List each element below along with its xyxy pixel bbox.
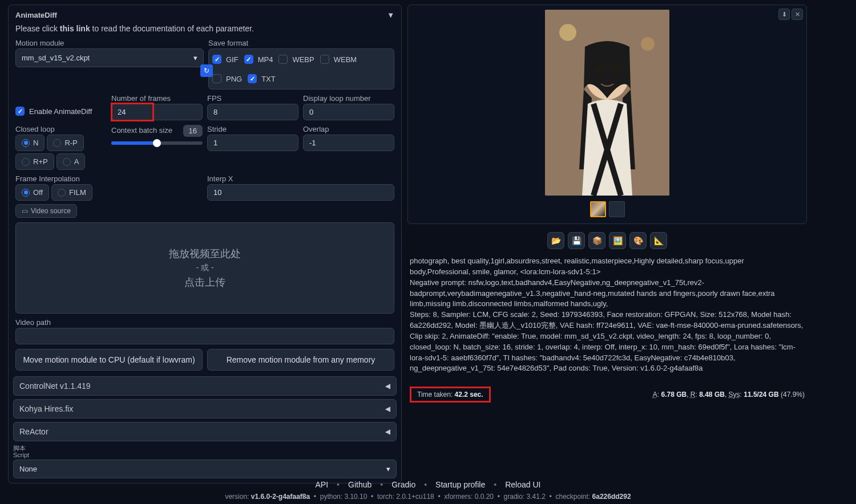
svg-point-3	[596, 68, 601, 71]
radio-icon	[22, 189, 30, 197]
footer-gradio[interactable]: Gradio	[391, 480, 415, 489]
footer-api[interactable]: API	[316, 480, 329, 489]
generation-info: photograph, best quality,1girl,absurdres…	[407, 254, 807, 376]
footer-github[interactable]: Github	[348, 480, 372, 489]
radio-icon	[22, 158, 30, 166]
download-button[interactable]: ⬇	[778, 9, 790, 20]
interp-off[interactable]: Off	[15, 184, 49, 201]
enable-animatediff[interactable]: Enable AnimateDiff	[15, 104, 107, 118]
format-webm[interactable]: WEBM	[320, 52, 357, 66]
svg-point-4	[613, 68, 619, 71]
chevron-left-icon: ▶	[385, 405, 390, 413]
download-icon: ⬇	[782, 11, 787, 18]
animatediff-panel: AnimateDiff ▼ Please click this link to …	[8, 5, 402, 483]
radio-icon	[63, 158, 71, 166]
stride-input[interactable]	[207, 135, 298, 151]
fps-label: FPS	[207, 94, 298, 103]
radio-icon	[22, 139, 30, 147]
zip-button[interactable]: 📦	[588, 232, 605, 249]
video-path-label: Video path	[15, 318, 394, 327]
output-image[interactable]	[545, 10, 669, 196]
image-icon: 🖼️	[613, 236, 623, 245]
interp-film[interactable]: FILM	[51, 184, 92, 201]
radio-icon	[58, 189, 66, 197]
kohya-accordion[interactable]: Kohya Hires.fix▶	[13, 399, 397, 418]
closed-loop-n[interactable]: N	[15, 135, 45, 151]
overlap-input[interactable]	[303, 135, 394, 151]
save-icon: 💾	[572, 236, 582, 245]
format-gif[interactable]: GIF	[212, 52, 239, 66]
chevron-down-icon: ▾	[193, 54, 197, 62]
format-txt[interactable]: TXT	[248, 72, 276, 86]
chevron-down-icon: ▾	[386, 465, 390, 473]
send-inpaint-button[interactable]: 🎨	[629, 232, 647, 249]
num-frames-label: Number of frames	[111, 94, 203, 103]
memory-stats: A: 6.78 GB, R: 8.48 GB, Sys: 11.5/24 GB …	[653, 391, 805, 399]
format-png[interactable]: PNG	[212, 72, 242, 86]
doc-text: Please click this link to read the docum…	[13, 23, 397, 39]
radio-icon	[53, 139, 61, 147]
loop-input[interactable]	[303, 104, 394, 120]
interp-x-label: Interp X	[207, 174, 394, 183]
footer-startup[interactable]: Startup profile	[435, 480, 485, 489]
checkbox-icon	[212, 74, 221, 83]
interp-x-input[interactable]	[207, 184, 394, 201]
video-source-button[interactable]: ▭ Video source	[15, 204, 77, 218]
ruler-icon: 📐	[654, 236, 664, 245]
closed-loop-rpp[interactable]: R+P	[15, 153, 54, 170]
num-frames-input[interactable]	[111, 104, 203, 120]
time-taken: Time taken: 42.2 sec.	[410, 387, 491, 403]
save-format-label: Save format	[208, 39, 394, 47]
thumbnail-2[interactable]	[609, 201, 625, 217]
controlnet-accordion[interactable]: ControlNet v1.1.419▶	[13, 376, 397, 396]
checkbox-icon	[248, 74, 257, 83]
refresh-button[interactable]: ↻	[200, 64, 213, 77]
checkbox-icon	[278, 55, 288, 64]
checkbox-icon	[15, 107, 25, 116]
closed-loop-rp[interactable]: R-P	[47, 135, 83, 151]
chevron-left-icon: ▶	[385, 382, 390, 390]
closed-loop-label: Closed loop	[15, 125, 107, 133]
video-dropzone[interactable]: 拖放视频至此处 - 或 - 点击上传	[15, 222, 394, 314]
svg-point-5	[559, 24, 576, 41]
send-extras-button[interactable]: 📐	[650, 232, 667, 249]
video-path-input[interactable]	[15, 328, 394, 344]
animatediff-header[interactable]: AnimateDiff ▼	[13, 10, 397, 23]
stride-label: Stride	[207, 125, 298, 133]
motion-module-label: Motion module	[15, 39, 204, 47]
overlap-label: Overlap	[303, 125, 394, 133]
format-mp4[interactable]: MP4	[244, 52, 273, 66]
output-actions: 📂 💾 📦 🖼️ 🎨 📐	[407, 232, 807, 249]
script-label: 脚本 Script	[13, 445, 397, 458]
output-gallery: ⬇ ✕	[407, 5, 807, 224]
footer-reload[interactable]: Reload UI	[505, 480, 540, 489]
footer: API• Github• Gradio• Startup profile• Re…	[0, 480, 856, 501]
close-button[interactable]: ✕	[792, 9, 803, 20]
move-module-button[interactable]: Move motion module to CPU (default if lo…	[15, 349, 203, 371]
script-select[interactable]: None▾	[13, 460, 397, 478]
motion-module-select[interactable]: mm_sd_v15_v2.ckpt ▾	[15, 48, 204, 67]
fps-input[interactable]	[207, 104, 298, 120]
send-img2img-button[interactable]: 🖼️	[609, 232, 626, 249]
closed-loop-a[interactable]: A	[56, 153, 86, 170]
open-folder-button[interactable]: 📂	[547, 232, 564, 249]
checkbox-icon	[244, 55, 253, 64]
remove-module-button[interactable]: Remove motion module from any memory	[207, 349, 394, 371]
checkbox-icon	[212, 55, 221, 64]
palette-icon: 🎨	[633, 236, 643, 245]
num-frames-highlight	[111, 104, 203, 120]
generated-image-placeholder	[545, 10, 669, 196]
package-icon: 📦	[592, 236, 602, 245]
thumbnail-1[interactable]	[590, 201, 606, 217]
loop-label: Display loop number	[303, 94, 394, 103]
context-slider[interactable]	[111, 141, 203, 145]
doc-link[interactable]: this link	[60, 24, 90, 33]
save-button[interactable]: 💾	[568, 232, 585, 249]
close-icon: ✕	[795, 11, 800, 18]
context-value[interactable]: 16	[183, 125, 203, 137]
footer-meta: version: v1.6.0-2-g4afaaf8a • python: 3.…	[0, 493, 856, 501]
format-webp[interactable]: WEBP	[278, 52, 314, 66]
reactor-accordion[interactable]: ReActor▶	[13, 422, 397, 441]
chevron-left-icon: ▶	[385, 428, 390, 436]
video-icon: ▭	[22, 207, 28, 215]
